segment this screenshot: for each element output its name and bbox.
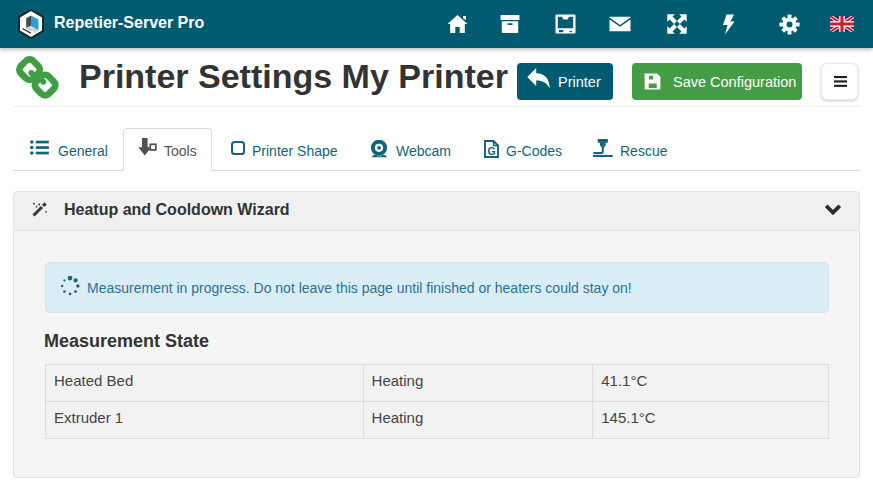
svg-text:G: G — [487, 145, 495, 157]
